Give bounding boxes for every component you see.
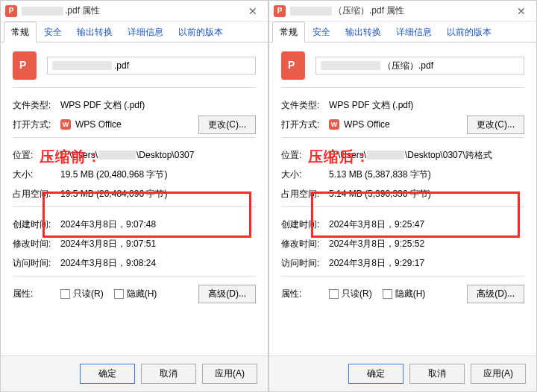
value-sizeondisk: 19.5 MB (20,484,096 字节) (60, 188, 256, 200)
label-modified: 修改时间: (13, 238, 60, 250)
overlay-label-after: 压缩后： (308, 147, 371, 167)
value-accessed: 2024年3月8日，9:29:17 (329, 257, 524, 270)
label-accessed: 访问时间: (281, 257, 329, 270)
close-icon[interactable]: ✕ (242, 4, 263, 19)
value-filetype: WPS PDF 文档 (.pdf) (60, 99, 256, 112)
properties-dialog-after: P （压缩）.pdf 属性 ✕ 常规 安全 输出转换 详细信息 以前的版本 压缩… (268, 0, 537, 392)
value-openwith: W WPS Office (329, 119, 467, 130)
label-filetype: 文件类型: (13, 99, 60, 112)
value-created: 2024年3月8日，9:25:47 (329, 218, 524, 231)
advanced-button[interactable]: 高级(D)... (198, 285, 256, 303)
label-size: 大小: (281, 168, 329, 181)
pdf-app-icon: P (5, 5, 17, 17)
apply-button[interactable]: 应用(A) (202, 364, 257, 384)
value-created: 2024年3月8日，9:07:48 (60, 218, 256, 231)
window-title: .pdf 属性 (22, 4, 242, 17)
close-icon[interactable]: ✕ (511, 4, 532, 19)
apply-button[interactable]: 应用(A) (471, 364, 526, 384)
hidden-checkbox[interactable]: 隐藏(H) (114, 288, 157, 300)
titlebar: P （压缩）.pdf 属性 ✕ (269, 1, 536, 22)
dialog-content: 压缩前： .pdf 文件类型: WPS PDF 文档 (.pdf) 打开方式: … (1, 42, 268, 355)
readonly-checkbox[interactable]: 只读(R) (60, 288, 104, 300)
value-sizeondisk: 5.14 MB (5,390,336 字节) (329, 188, 524, 200)
readonly-checkbox[interactable]: 只读(R) (329, 288, 372, 300)
pdf-app-icon: P (274, 5, 286, 17)
dialog-content: 压缩后： （压缩）.pdf 文件类型: WPS PDF 文档 (.pdf) 打开… (269, 42, 536, 355)
value-modified: 2024年3月8日，9:07:51 (60, 238, 256, 250)
dialog-footer: 确定 取消 应用(A) (1, 355, 268, 391)
overlay-label-before: 压缩前： (40, 147, 102, 167)
properties-dialog-before: P .pdf 属性 ✕ 常规 安全 输出转换 详细信息 以前的版本 压缩前： .… (0, 0, 268, 392)
tab-general[interactable]: 常规 (272, 22, 305, 42)
cancel-button[interactable]: 取消 (141, 364, 196, 384)
label-sizeondisk: 占用空间: (13, 188, 60, 200)
dialog-footer: 确定 取消 应用(A) (269, 355, 536, 391)
label-created: 创建时间: (13, 218, 60, 231)
label-modified: 修改时间: (281, 238, 329, 250)
filename-input[interactable]: .pdf (47, 57, 256, 75)
file-type-icon (281, 51, 305, 80)
hidden-checkbox[interactable]: 隐藏(H) (383, 288, 426, 300)
tab-security[interactable]: 安全 (305, 22, 338, 42)
value-size: 5.13 MB (5,387,838 字节) (329, 168, 524, 181)
cancel-button[interactable]: 取消 (409, 364, 465, 384)
tab-output[interactable]: 输出转换 (338, 22, 389, 42)
advanced-button[interactable]: 高级(D)... (467, 285, 524, 303)
titlebar: P .pdf 属性 ✕ (1, 1, 268, 22)
tabs: 常规 安全 输出转换 详细信息 以前的版本 (269, 22, 536, 42)
label-openwith: 打开方式: (13, 118, 60, 131)
label-attributes: 属性: (281, 288, 329, 300)
label-created: 创建时间: (281, 218, 329, 231)
label-filetype: 文件类型: (281, 99, 329, 112)
tab-general[interactable]: 常规 (4, 22, 37, 42)
filename-input[interactable]: （压缩）.pdf (315, 57, 524, 75)
value-size: 19.5 MB (20,480,968 字节) (60, 168, 256, 181)
label-openwith: 打开方式: (281, 118, 329, 131)
wps-icon: W (60, 119, 71, 130)
tab-details[interactable]: 详细信息 (389, 22, 439, 42)
tabs: 常规 安全 输出转换 详细信息 以前的版本 (1, 22, 268, 42)
tab-details[interactable]: 详细信息 (120, 22, 171, 42)
label-size: 大小: (13, 168, 60, 181)
label-attributes: 属性: (13, 288, 60, 300)
ok-button[interactable]: 确定 (80, 364, 135, 384)
tab-previous[interactable]: 以前的版本 (171, 22, 230, 42)
value-accessed: 2024年3月8日，9:08:24 (60, 257, 256, 270)
tab-output[interactable]: 输出转换 (69, 22, 120, 42)
label-accessed: 访问时间: (13, 257, 60, 270)
label-sizeondisk: 占用空间: (281, 188, 329, 200)
value-filetype: WPS PDF 文档 (.pdf) (329, 99, 524, 112)
wps-icon: W (329, 119, 339, 130)
window-title: （压缩）.pdf 属性 (290, 4, 511, 17)
change-button[interactable]: 更改(C)... (198, 116, 256, 134)
file-type-icon (13, 51, 37, 80)
tab-previous[interactable]: 以前的版本 (439, 22, 499, 42)
change-button[interactable]: 更改(C)... (467, 116, 524, 134)
ok-button[interactable]: 确定 (348, 364, 403, 384)
value-modified: 2024年3月8日，9:25:52 (329, 238, 524, 250)
tab-security[interactable]: 安全 (37, 22, 69, 42)
value-openwith: W WPS Office (60, 119, 198, 130)
